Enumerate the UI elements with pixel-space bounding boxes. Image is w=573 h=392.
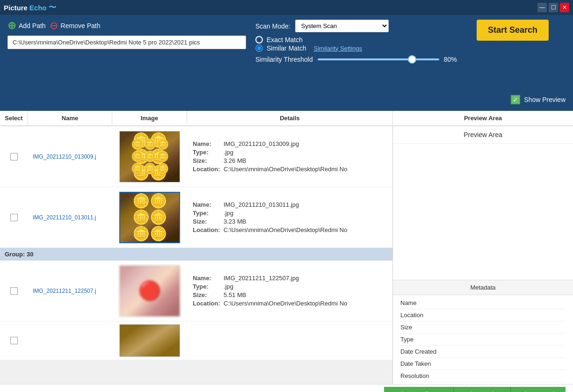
detail-size-label-3: Size: <box>193 291 221 298</box>
detail-loc-label-3: Location: <box>193 300 221 307</box>
detail-loc-value-3: C:\Users\mnima\OneDrive\Desktop\Redmi No <box>224 300 347 307</box>
row-checkbox-1[interactable] <box>10 153 18 160</box>
table-row-partial <box>0 321 392 360</box>
remove-icon: ⊖ <box>50 20 58 32</box>
metadata-header: Metadata <box>393 280 573 295</box>
metadata-item-name: Name <box>400 297 566 309</box>
path-input[interactable] <box>7 36 246 49</box>
detail-type-label-3: Type: <box>193 283 221 290</box>
cell-details-2: Name:IMG_20211210_013011.jpg Type:.jpg S… <box>187 197 392 237</box>
title-bar: PictureEcho 〜 — ☐ ✕ <box>0 0 573 15</box>
similarity-settings-link[interactable]: Similarity Settings <box>314 45 362 52</box>
exact-match-radio[interactable] <box>255 36 263 44</box>
table-body: IMG_20211210_013009.j 🪙🪙🪙🪙🪙🪙 Name:IMG_20… <box>0 126 393 384</box>
top-section: ⊕ Add Path ⊖ Remove Path Scan Mode: Syst… <box>0 15 573 111</box>
title-bar-controls: — ☐ ✕ <box>537 3 569 12</box>
detail-size-label-1: Size: <box>193 157 221 164</box>
metadata-item-date-taken: Date Taken <box>400 358 566 370</box>
detail-loc-label-1: Location: <box>193 166 221 173</box>
add-icon: ⊕ <box>7 20 16 32</box>
preview-area-header: Preview Area <box>393 126 573 144</box>
detail-loc-value-2: C:\Users\mnima\OneDrive\Desktop\Redmi No <box>224 226 347 233</box>
add-path-button[interactable]: ⊕ Add Path <box>7 20 46 32</box>
threshold-row: Similarity Threshold 80% <box>255 56 472 63</box>
match-options: Exact Match Similar Match Similarity Set… <box>255 36 472 52</box>
threshold-slider[interactable] <box>318 58 439 60</box>
detail-name-label-1: Name: <box>193 140 221 147</box>
row-checkbox-4[interactable] <box>10 337 18 344</box>
similar-match-option[interactable]: Similar Match Similarity Settings <box>255 44 472 52</box>
path-panel: ⊕ Add Path ⊖ Remove Path <box>7 20 246 49</box>
similar-match-label: Similar Match <box>267 44 306 52</box>
detail-size-label-2: Size: <box>193 218 221 225</box>
row-checkbox-2[interactable] <box>10 214 18 221</box>
thumbnail-3: 🔴 <box>119 265 180 317</box>
close-button[interactable]: ✕ <box>560 3 569 12</box>
right-info-panel: Preview Area Metadata Name Location Size… <box>393 126 573 384</box>
detail-size-value-1: 3.26 MB <box>224 157 246 164</box>
app-logo: PictureEcho 〜 <box>4 3 56 13</box>
cell-image-2: 🪙🪙🪙🪙🪙🪙 <box>112 189 187 246</box>
thumb-icon-2: 🪙🪙🪙🪙🪙🪙 <box>132 193 167 242</box>
maximize-button[interactable]: ☐ <box>549 3 558 12</box>
metadata-item-size: Size <box>400 321 566 334</box>
show-preview-label: Show Preview <box>524 96 566 103</box>
path-controls: ⊕ Add Path ⊖ Remove Path <box>7 20 246 32</box>
col-name: Name <box>28 111 112 125</box>
logo-picture: Picture <box>4 4 28 12</box>
cell-name-4 <box>28 337 112 344</box>
scan-options-panel: Scan Mode: System Scan Exact Match Simil… <box>246 20 472 63</box>
detail-type-label-2: Type: <box>193 210 221 217</box>
clear-result-button[interactable]: Clear Result <box>511 387 566 392</box>
table-row: IMG_20211210_013009.j 🪙🪙🪙🪙🪙🪙 Name:IMG_20… <box>0 126 392 187</box>
cell-select-3 <box>0 283 28 298</box>
select-duplicates-button[interactable]: Select Duplicates <box>384 387 454 392</box>
cell-details-1: Name:IMG_20211210_013009.jpg Type:.jpg S… <box>187 137 392 176</box>
threshold-value: 80% <box>444 56 457 63</box>
cell-image-4 <box>112 321 187 360</box>
status-bar: Similar Images (37) Total Groups (31) Wa… <box>0 384 573 392</box>
metadata-item-type: Type <box>400 334 566 346</box>
detail-name-value-1: IMG_20211210_013009.jpg <box>224 140 299 147</box>
minimize-button[interactable]: — <box>537 3 547 12</box>
detail-size-value-3: 5.51 MB <box>224 291 246 298</box>
group-separator-2: Group: 30 <box>0 248 392 261</box>
detail-type-value-1: .jpg <box>224 149 233 156</box>
cell-image-1: 🪙🪙🪙🪙🪙🪙 <box>112 128 187 185</box>
exact-match-label: Exact Match <box>267 36 303 44</box>
logo-echo: Echo <box>29 4 47 12</box>
show-preview-checkbox[interactable]: ✓ <box>511 95 520 104</box>
show-preview-row[interactable]: ✓ Show Preview <box>511 95 566 104</box>
detail-type-label-1: Type: <box>193 149 221 156</box>
cell-name-3: IMG_20211211_122507.j <box>28 284 112 298</box>
similar-match-radio[interactable] <box>255 44 263 52</box>
remove-path-button[interactable]: ⊖ Remove Path <box>50 20 101 32</box>
row-checkbox-3[interactable] <box>10 287 18 295</box>
thumbnail-1: 🪙🪙🪙🪙🪙🪙 <box>119 131 180 182</box>
col-image: Image <box>112 111 187 125</box>
preview-content <box>393 144 573 280</box>
cell-name-1: IMG_20211210_013009.j <box>28 150 112 164</box>
detail-size-value-2: 3.23 MB <box>224 218 246 225</box>
exact-match-option[interactable]: Exact Match <box>255 36 472 44</box>
detail-type-value-2: .jpg <box>224 210 233 217</box>
top-right-panel: Start Search ✓ Show Preview <box>472 20 566 104</box>
action-buttons: Select Duplicates Select Action Clear Re… <box>384 387 566 392</box>
cell-name-2: IMG_20211210_013011.j <box>28 211 112 225</box>
thumb-icon-1: 🪙🪙🪙🪙🪙🪙 <box>132 132 167 181</box>
detail-type-value-3: .jpg <box>224 283 233 290</box>
thumbnail-2: 🪙🪙🪙🪙🪙🪙 <box>119 192 180 243</box>
scan-mode-label: Scan Mode: <box>255 22 290 30</box>
start-search-button[interactable]: Start Search <box>477 20 549 41</box>
detail-name-value-2: IMG_20211210_013011.jpg <box>224 201 299 208</box>
similar-radio-inner <box>257 46 261 50</box>
detail-loc-value-1: C:\Users\mnima\OneDrive\Desktop\Redmi No <box>224 166 347 173</box>
remove-path-label: Remove Path <box>61 22 101 29</box>
metadata-item-location: Location <box>400 309 566 321</box>
scan-mode-select[interactable]: System Scan <box>295 20 389 32</box>
logo-wave-icon: 〜 <box>49 3 56 13</box>
cell-details-4 <box>187 337 392 344</box>
title-bar-left: PictureEcho 〜 <box>4 3 56 13</box>
thumbnail-4 <box>119 324 180 357</box>
select-action-button[interactable]: Select Action <box>454 387 511 392</box>
